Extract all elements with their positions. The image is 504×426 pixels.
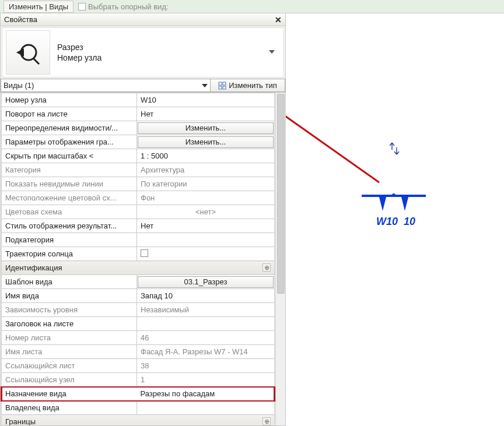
group-bounds-label: Границы [5, 417, 36, 425]
close-icon[interactable]: ✕ [274, 15, 283, 24]
view-template-button[interactable]: 03.1_Разрез [138, 276, 274, 288]
scrollbar[interactable] [275, 93, 285, 425]
ribbon-strip: Изменить | Виды Выбрать опорный вид: [0, 0, 504, 13]
property-grid: Номер узла W10 Поворот на листе Нет Пере… [1, 93, 285, 425]
val-hide-scale[interactable]: 1 : 5000 [137, 149, 275, 163]
val-view-owner[interactable] [137, 401, 275, 415]
edit-type-button[interactable]: Изменить тип [211, 79, 285, 92]
type-labels: Разрез Номер узла [57, 42, 261, 63]
row-sheet-number: Номер листа 46 [2, 331, 275, 345]
val-ref-sheet: 38 [137, 359, 275, 373]
val-result-style[interactable]: Нет [137, 219, 275, 233]
row-color-scheme-location: Местоположение цветовой сх... Фон [2, 191, 275, 205]
secondary-label: Выбрать опорный вид: [88, 2, 168, 11]
row-level-dependency: Зависимость уровня Независимый [2, 303, 275, 317]
svg-rect-5 [219, 82, 222, 85]
lbl-subcategory: Подкатегория [2, 233, 137, 247]
lbl-visibility-overrides: Переопределения видимости/... [2, 121, 137, 135]
val-hidden-lines: По категории [137, 177, 275, 191]
visibility-overrides-button[interactable]: Изменить... [138, 122, 274, 134]
val-category: Архитектура [137, 163, 275, 177]
lbl-ref-sheet: Ссылающийся лист [2, 359, 137, 373]
lbl-sheet-title: Заголовок на листе [2, 317, 137, 331]
section-marker[interactable]: W10 10 [356, 179, 438, 232]
row-rotation[interactable]: Поворот на листе Нет [2, 107, 275, 121]
ref-view-checkbox[interactable] [78, 3, 86, 10]
collapse-icon[interactable]: ⊕ [262, 263, 271, 272]
lbl-view-template: Шаблон вида [2, 275, 137, 289]
row-view-template[interactable]: Шаблон вида 03.1_Разрез [2, 275, 275, 289]
tab-modify-views[interactable]: Изменить | Виды [4, 1, 74, 13]
row-hidden-lines: Показать невидимые линии По категории [2, 177, 275, 191]
svg-rect-6 [223, 82, 226, 85]
row-view-name[interactable]: Имя вида Запад 10 [2, 289, 275, 303]
val-level-dependency: Независимый [137, 303, 275, 317]
row-ref-node: Ссылающийся узел 1 [2, 373, 275, 387]
svg-marker-4 [202, 84, 208, 87]
val-sun-path[interactable] [137, 247, 275, 261]
row-hide-scale[interactable]: Скрыть при масштабах < 1 : 5000 [2, 149, 275, 163]
val-view-name[interactable]: Запад 10 [137, 289, 275, 303]
properties-panel: Свойства ✕ Разрез Номер узла Виды (1) [0, 13, 286, 426]
row-sun-path[interactable]: Траектория солнца [2, 247, 275, 261]
row-result-style[interactable]: Стиль отображения результат... Нет [2, 219, 275, 233]
lbl-color-scheme: Цветовая схема [2, 205, 137, 219]
val-node-number[interactable]: W10 [137, 93, 275, 107]
chevron-down-icon [202, 83, 208, 89]
row-subcategory[interactable]: Подкатегория [2, 233, 275, 247]
val-sheet-number: 46 [137, 331, 275, 345]
val-rotation[interactable]: Нет [137, 107, 275, 121]
lbl-hide-scale: Скрыть при масштабах < [2, 149, 137, 163]
lbl-view-purpose: Назначение вида [2, 387, 137, 401]
lbl-view-owner: Владелец вида [2, 401, 137, 415]
instance-selector[interactable]: Виды (1) [1, 79, 211, 92]
row-display-params[interactable]: Параметры отображения гра... Изменить... [2, 135, 275, 149]
chevron-down-icon[interactable] [268, 48, 276, 57]
row-sheet-title[interactable]: Заголовок на листе [2, 317, 275, 331]
val-color-scheme[interactable]: <нет> [137, 205, 275, 219]
section-label-left: W10 [376, 216, 398, 227]
svg-line-10 [286, 59, 379, 182]
group-identification[interactable]: Идентификация⊕ [2, 261, 275, 275]
row-view-purpose[interactable]: Назначение вида Разрезы по фасадам [2, 387, 275, 401]
sun-path-checkbox[interactable] [141, 249, 148, 257]
lbl-ref-node: Ссылающийся узел [2, 373, 137, 387]
row-category: Категория Архитектура [2, 163, 275, 177]
display-params-button[interactable]: Изменить... [138, 136, 274, 148]
instance-selector-text: Виды (1) [4, 81, 34, 90]
row-visibility-overrides[interactable]: Переопределения видимости/... Изменить..… [2, 121, 275, 135]
panel-title-bar: Свойства ✕ [1, 13, 285, 26]
lbl-sun-path: Траектория солнца [2, 247, 137, 261]
group-bounds[interactable]: Границы⊕ [2, 415, 275, 426]
row-ref-sheet: Ссылающийся лист 38 [2, 359, 275, 373]
val-color-scheme-location: Фон [137, 191, 275, 205]
section-type-icon [6, 30, 50, 75]
lbl-node-number: Номер узла [2, 93, 137, 107]
svg-marker-1 [16, 48, 24, 57]
row-view-owner[interactable]: Владелец вида [2, 401, 275, 415]
scrollbar-thumb[interactable] [277, 94, 285, 294]
svg-marker-14 [401, 197, 408, 211]
edit-type-icon [218, 82, 226, 90]
lbl-sheet-number: Номер листа [2, 331, 137, 345]
scroll-arrows-icon [388, 142, 400, 156]
lbl-rotation: Поворот на листе [2, 107, 137, 121]
type-selector[interactable]: Разрез Номер узла [2, 27, 284, 78]
row-node-number[interactable]: Номер узла W10 [2, 93, 275, 107]
svg-line-2 [33, 58, 39, 64]
val-sheet-name: Фасад Я-А. Разрезы W7 - W14 [137, 345, 275, 359]
type-type-label: Номер узла [57, 52, 261, 63]
val-view-purpose[interactable]: Разрезы по фасадам [137, 387, 275, 401]
svg-marker-3 [269, 50, 275, 54]
val-sheet-title[interactable] [137, 317, 275, 331]
lbl-hidden-lines: Показать невидимые линии [2, 177, 137, 191]
val-subcategory[interactable] [137, 233, 275, 247]
collapse-icon[interactable]: ⊕ [262, 417, 271, 425]
svg-point-12 [392, 193, 396, 197]
type-family-label: Разрез [57, 42, 261, 52]
secondary-tab: Выбрать опорный вид: [78, 2, 168, 11]
drawing-canvas[interactable]: W10 10 [286, 13, 504, 426]
lbl-view-name: Имя вида [2, 289, 137, 303]
svg-rect-7 [219, 86, 222, 89]
row-color-scheme: Цветовая схема <нет> [2, 205, 275, 219]
